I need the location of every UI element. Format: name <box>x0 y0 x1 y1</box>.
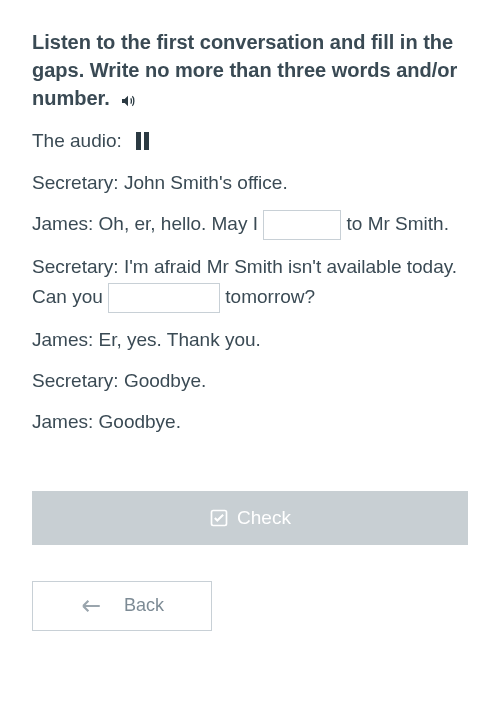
dialogue-line-2: James: Oh, er, hello. May I to Mr Smith. <box>32 209 468 240</box>
check-icon <box>209 508 229 528</box>
audio-row: The audio: <box>32 130 468 152</box>
dialogue-line-5: Secretary: Goodbye. <box>32 366 468 395</box>
exercise-title: Listen to the first conversation and fil… <box>32 28 468 114</box>
dialogue-text: to Mr Smith. <box>347 213 449 234</box>
speaker-label: James: <box>32 329 93 350</box>
back-button[interactable]: Back <box>32 581 212 631</box>
speaker-label: James: <box>32 213 93 234</box>
title-text: Listen to the first conversation and fil… <box>32 31 457 109</box>
speaker-label: Secretary: <box>32 172 119 193</box>
back-arrow-icon <box>80 599 102 613</box>
check-button[interactable]: Check <box>32 491 468 545</box>
check-label: Check <box>237 507 291 529</box>
audio-label: The audio: <box>32 130 122 152</box>
pause-icon[interactable] <box>136 132 149 150</box>
dialogue-text: Goodbye. <box>124 370 206 391</box>
speaker-label: James: <box>32 411 93 432</box>
dialogue-line-1: Secretary: John Smith's office. <box>32 168 468 197</box>
back-label: Back <box>124 595 164 616</box>
gap-input-2[interactable] <box>108 283 220 313</box>
dialogue-line-4: James: Er, yes. Thank you. <box>32 325 468 354</box>
dialogue-text: tomorrow? <box>225 286 315 307</box>
speaker-label: Secretary: <box>32 256 119 277</box>
dialogue-line-3: Secretary: I'm afraid Mr Smith isn't ava… <box>32 252 468 312</box>
dialogue-text: Er, yes. Thank you. <box>99 329 261 350</box>
buttons-area: Check Back <box>32 491 468 631</box>
speaker-label: Secretary: <box>32 370 119 391</box>
gap-input-1[interactable] <box>263 210 341 240</box>
dialogue-text: Oh, er, hello. May I <box>99 213 258 234</box>
dialogue-line-6: James: Goodbye. <box>32 407 468 436</box>
dialogue-text: Goodbye. <box>99 411 181 432</box>
dialogue-text: John Smith's office. <box>124 172 288 193</box>
sound-icon[interactable] <box>119 86 137 114</box>
